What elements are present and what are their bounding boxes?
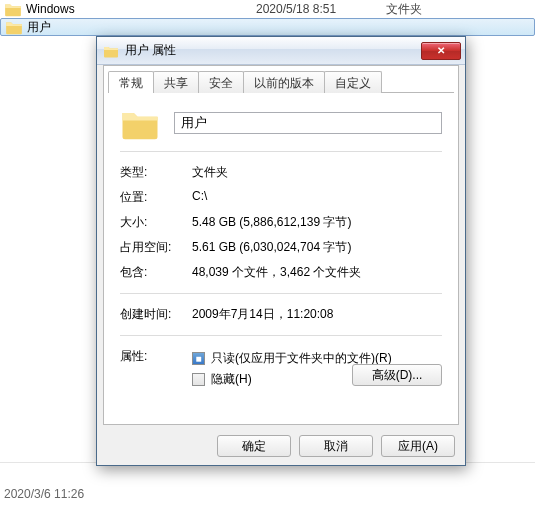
value-created: 2009年7月14日，11:20:08	[192, 306, 442, 323]
dialog-body: 常规共享安全以前的版本自定义 类型:文件夹 位置:C:\ 大小:5.48 GB …	[103, 65, 459, 425]
dialog-title: 用户 属性	[125, 42, 421, 59]
checkbox-icon	[192, 373, 205, 386]
file-row[interactable]: 用户	[0, 18, 535, 36]
label-attributes: 属性:	[120, 348, 192, 390]
file-name: 用户	[27, 19, 257, 36]
label-ondisk: 占用空间:	[120, 239, 192, 256]
value-location: C:\	[192, 189, 442, 206]
value-contains: 48,039 个文件，3,462 个文件夹	[192, 264, 442, 281]
close-button[interactable]: ✕	[421, 42, 461, 60]
apply-button[interactable]: 应用(A)	[381, 435, 455, 457]
folder-icon	[120, 103, 160, 143]
tab-1[interactable]: 共享	[153, 71, 199, 93]
cancel-button[interactable]: 取消	[299, 435, 373, 457]
dialog-button-row: 确定 取消 应用(A)	[217, 435, 455, 457]
close-icon: ✕	[437, 45, 445, 56]
folder-icon	[103, 43, 119, 59]
file-name: Windows	[26, 2, 256, 16]
label-type: 类型:	[120, 164, 192, 181]
tab-4[interactable]: 自定义	[324, 71, 382, 93]
label-size: 大小:	[120, 214, 192, 231]
checkbox-icon: ■	[192, 352, 205, 365]
folder-icon	[4, 0, 22, 18]
advanced-button[interactable]: 高级(D)...	[352, 364, 442, 386]
label-location: 位置:	[120, 189, 192, 206]
tab-strip: 常规共享安全以前的版本自定义	[108, 70, 458, 92]
tab-content-general: 类型:文件夹 位置:C:\ 大小:5.48 GB (5,886,612,139 …	[104, 93, 458, 404]
tab-0[interactable]: 常规	[108, 71, 154, 93]
label-contains: 包含:	[120, 264, 192, 281]
value-ondisk: 5.61 GB (6,030,024,704 字节)	[192, 239, 442, 256]
folder-name-input[interactable]	[174, 112, 442, 134]
folder-icon	[5, 18, 23, 36]
tab-2[interactable]: 安全	[198, 71, 244, 93]
value-size: 5.48 GB (5,886,612,139 字节)	[192, 214, 442, 231]
ok-button[interactable]: 确定	[217, 435, 291, 457]
tab-3[interactable]: 以前的版本	[243, 71, 325, 93]
file-type: 文件夹	[386, 1, 466, 18]
file-date: 2020/5/18 8:51	[256, 2, 386, 16]
label-created: 创建时间:	[120, 306, 192, 323]
file-row[interactable]: Windows2020/5/18 8:51文件夹	[0, 0, 535, 18]
value-type: 文件夹	[192, 164, 442, 181]
checkbox-hidden-label: 隐藏(H)	[211, 371, 252, 388]
status-bar-text: 2020/3/6 11:26	[4, 487, 84, 501]
properties-dialog: 用户 属性 ✕ 常规共享安全以前的版本自定义 类型:文件夹 位置:C:\ 大小:…	[96, 36, 466, 466]
dialog-titlebar[interactable]: 用户 属性 ✕	[97, 37, 465, 65]
